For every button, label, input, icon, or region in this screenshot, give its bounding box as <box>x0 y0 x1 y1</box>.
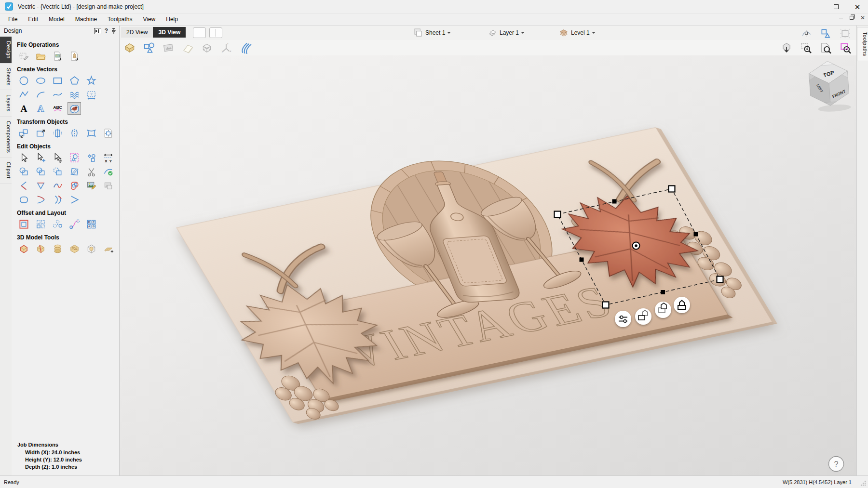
adjust-component-button[interactable] <box>615 311 631 327</box>
window-close-button[interactable]: ✕ <box>847 0 868 13</box>
draw-arc-icon[interactable] <box>34 88 47 101</box>
draw-rectangle-icon[interactable] <box>51 74 64 87</box>
sidebar-tab-sheets[interactable]: Sheets <box>0 64 12 91</box>
arc-corner-icon[interactable] <box>51 193 64 206</box>
tab-2d-view[interactable]: 2D View <box>121 27 153 38</box>
fit-arcs-icon[interactable] <box>51 179 64 192</box>
mirror-shapes-icon[interactable] <box>68 127 81 139</box>
draw-polygon-icon[interactable] <box>68 74 81 87</box>
pin-panel-icon[interactable] <box>111 28 116 34</box>
subtract-shapes-icon[interactable] <box>34 165 47 178</box>
snap-geometry-icon[interactable] <box>800 27 813 40</box>
draw-text-on-curve-icon[interactable]: ABC <box>51 102 64 115</box>
import-component-icon[interactable] <box>84 242 98 255</box>
stack-slices-icon[interactable] <box>51 242 64 255</box>
split-model-icon[interactable] <box>34 242 47 255</box>
collapse-panel-icon[interactable] <box>94 28 101 34</box>
distort-object-icon[interactable] <box>84 127 98 139</box>
add-model-sheet-icon[interactable] <box>101 242 115 255</box>
measure-xy-icon[interactable]: XY <box>101 151 115 164</box>
draw-circle-icon[interactable] <box>17 74 30 87</box>
sidebar-tab-layers[interactable]: Layers <box>0 90 12 116</box>
circular-copy-icon[interactable] <box>51 218 64 230</box>
menu-view[interactable]: View <box>137 14 161 24</box>
split-horizontal-button[interactable] <box>193 27 206 38</box>
menu-help[interactable]: Help <box>161 14 183 24</box>
crop-bitmap-icon[interactable] <box>101 179 115 192</box>
draw-texture-icon[interactable] <box>68 88 81 101</box>
draw-star-icon[interactable] <box>84 74 98 87</box>
combine-merge-button[interactable] <box>655 302 671 318</box>
hatch-fill-icon[interactable] <box>68 165 81 178</box>
weld-shapes-icon[interactable] <box>17 165 30 178</box>
group-shapes-icon[interactable] <box>84 151 98 164</box>
help-panel-icon[interactable]: ? <box>105 27 108 34</box>
sidebar-tab-design[interactable]: Design <box>0 37 12 64</box>
menu-edit[interactable]: Edit <box>23 14 43 24</box>
offset-contour-icon[interactable] <box>17 218 30 230</box>
draw-dimension-icon[interactable]: ? <box>84 88 98 101</box>
view-down-icon[interactable] <box>779 41 793 54</box>
draw-curve-icon[interactable] <box>51 88 64 101</box>
draw-ellipse-icon[interactable] <box>34 74 47 87</box>
sheet-selector[interactable]: Sheet 1 <box>414 28 450 37</box>
create-3d-shape-icon[interactable] <box>17 242 30 255</box>
carve-texture-icon[interactable] <box>68 242 81 255</box>
job-setup-icon[interactable] <box>17 50 30 62</box>
resize-grip-icon[interactable] <box>860 480 866 486</box>
document-minimize-icon[interactable] <box>839 18 843 18</box>
draw-text-outline-icon[interactable]: A <box>34 102 47 115</box>
menu-model[interactable]: Model <box>43 14 70 24</box>
level-selector[interactable]: Level 1 <box>559 28 595 37</box>
zoom-extents-icon[interactable] <box>818 41 833 54</box>
import-vectors-icon[interactable] <box>51 50 64 62</box>
interactive-move-icon[interactable] <box>51 151 64 164</box>
model-board[interactable]: VINTAGES <box>162 113 786 426</box>
window-maximize-button[interactable] <box>826 0 847 13</box>
extend-curve-icon[interactable] <box>34 193 47 206</box>
wireframe-icon[interactable] <box>200 41 214 54</box>
mirror-vertical-icon[interactable] <box>51 127 64 139</box>
select-cursor-icon[interactable] <box>17 151 30 164</box>
rotation-pivot[interactable] <box>633 242 640 250</box>
cut-shapes-icon[interactable] <box>84 165 98 178</box>
shading-icon[interactable] <box>238 41 253 54</box>
round-corners-icon[interactable] <box>17 193 30 206</box>
split-vertical-button[interactable] <box>209 27 222 38</box>
combine-add-button[interactable] <box>674 297 690 313</box>
open-file-icon[interactable] <box>34 50 47 62</box>
trim-shapes-icon[interactable] <box>51 165 64 178</box>
vectors-visibility-icon[interactable] <box>142 41 156 54</box>
solid-block-icon[interactable] <box>122 41 137 54</box>
layer-selector[interactable]: Layer 1 <box>488 28 524 37</box>
sidebar-tab-components[interactable]: Components <box>0 117 12 158</box>
array-copy-icon[interactable] <box>34 218 47 230</box>
join-vectors-icon[interactable] <box>17 179 30 192</box>
bitmap-visibility-icon[interactable] <box>161 41 176 54</box>
combine-below-button[interactable] <box>635 308 651 325</box>
menu-toolpaths[interactable]: Toolpaths <box>102 14 137 24</box>
tab-toolpaths[interactable]: Toolpaths <box>857 27 868 61</box>
zoom-selection-icon[interactable] <box>838 41 853 54</box>
snap-vectors-icon[interactable] <box>819 27 832 40</box>
viewport-help-button[interactable]: ? <box>829 457 844 472</box>
window-minimize-button[interactable] <box>804 0 826 13</box>
draw-polyline-icon[interactable] <box>17 88 30 101</box>
document-close-icon[interactable]: ✕ <box>860 15 865 21</box>
close-vector-icon[interactable] <box>34 179 47 192</box>
material-plane-icon[interactable] <box>180 41 195 54</box>
menu-file[interactable]: File <box>3 14 23 24</box>
node-edit-icon[interactable] <box>34 151 47 164</box>
nest-parts-icon[interactable]: DCAB <box>84 218 98 230</box>
set-size-icon[interactable] <box>34 127 47 139</box>
menu-machine[interactable]: Machine <box>70 14 102 24</box>
import-model-icon[interactable] <box>68 50 81 62</box>
offset-shape-icon[interactable] <box>68 179 81 192</box>
sharpen-corner-icon[interactable] <box>68 193 81 206</box>
fit-curve-icon[interactable] <box>101 165 115 178</box>
zoom-box-icon[interactable] <box>799 41 813 54</box>
insert-clipart-icon[interactable] <box>68 102 81 115</box>
tab-3d-view[interactable]: 3D View <box>153 27 186 38</box>
3d-viewport[interactable]: VINTAGES <box>120 55 856 475</box>
align-to-material-icon[interactable] <box>101 127 115 139</box>
